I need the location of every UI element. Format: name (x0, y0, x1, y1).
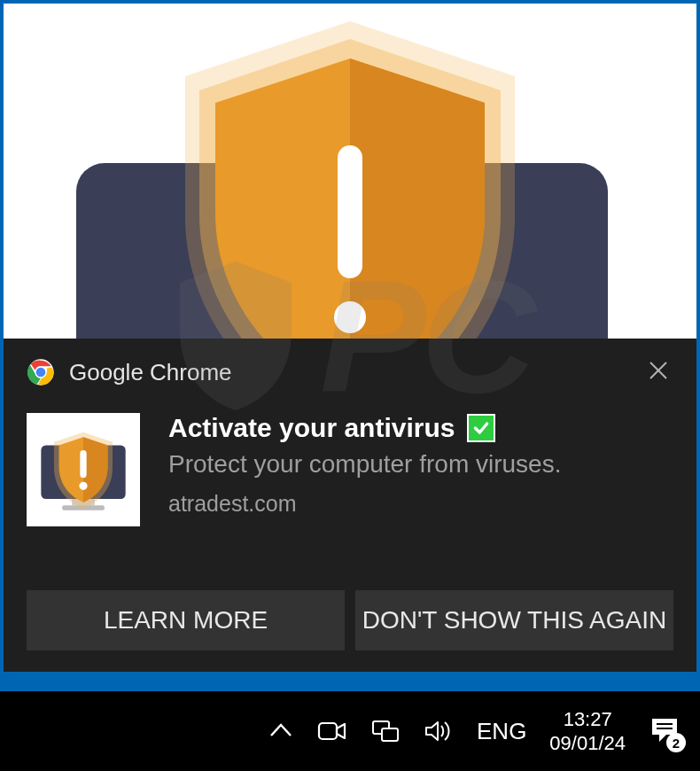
volume-button[interactable] (424, 718, 454, 744)
notification-count-badge: 2 (666, 733, 686, 752)
action-center-button[interactable]: 2 (649, 715, 681, 747)
chevron-up-icon (268, 718, 294, 744)
notification-actions: LEARN MORE DON'T SHOW THIS AGAIN (27, 590, 673, 650)
svg-rect-10 (80, 450, 86, 478)
network-button[interactable] (370, 718, 401, 744)
notification-title-row: Activate your antivirus (168, 413, 673, 443)
notification-thumbnail (27, 413, 140, 526)
close-icon (649, 361, 668, 380)
notification-subtitle: Protect your computer from viruses. (168, 450, 673, 479)
shield-exclaim-icon (164, 12, 536, 339)
notification-header: Google Chrome (27, 356, 673, 388)
chrome-notification[interactable]: Google Chrome (4, 339, 696, 672)
chrome-icon (27, 358, 55, 386)
dont-show-button[interactable]: DON'T SHOW THIS AGAIN (355, 590, 673, 650)
notification-hero-image (4, 4, 696, 339)
notification-text: Activate your antivirus Protect your com… (168, 413, 673, 526)
window-frame: Google Chrome (4, 4, 696, 672)
clock-date: 09/01/24 (549, 731, 626, 756)
svg-rect-12 (319, 723, 337, 739)
svg-rect-14 (382, 728, 398, 741)
speaker-icon (424, 718, 454, 744)
notification-title: Activate your antivirus (168, 413, 455, 443)
clock-button[interactable]: 13:27 09/01/24 (549, 707, 626, 756)
svg-point-1 (334, 301, 366, 333)
svg-point-11 (79, 482, 87, 490)
language-indicator[interactable]: ENG (477, 718, 526, 745)
checkmark-box-icon (467, 414, 495, 442)
tray-overflow-button[interactable] (268, 718, 294, 744)
svg-rect-0 (338, 145, 362, 278)
notification-body: Activate your antivirus Protect your com… (27, 413, 673, 526)
taskbar: ENG 13:27 09/01/24 2 (0, 691, 700, 771)
network-icon (370, 718, 401, 744)
close-notification-button[interactable] (643, 356, 673, 388)
notification-app-name: Google Chrome (69, 359, 629, 386)
notification-domain: atradest.com (168, 491, 673, 517)
camera-icon (317, 718, 347, 744)
meet-now-button[interactable] (317, 718, 347, 744)
learn-more-button[interactable]: LEARN MORE (27, 590, 345, 650)
shield-illustration (4, 4, 696, 339)
shield-monitor-icon (35, 421, 132, 518)
clock-time: 13:27 (564, 707, 612, 732)
